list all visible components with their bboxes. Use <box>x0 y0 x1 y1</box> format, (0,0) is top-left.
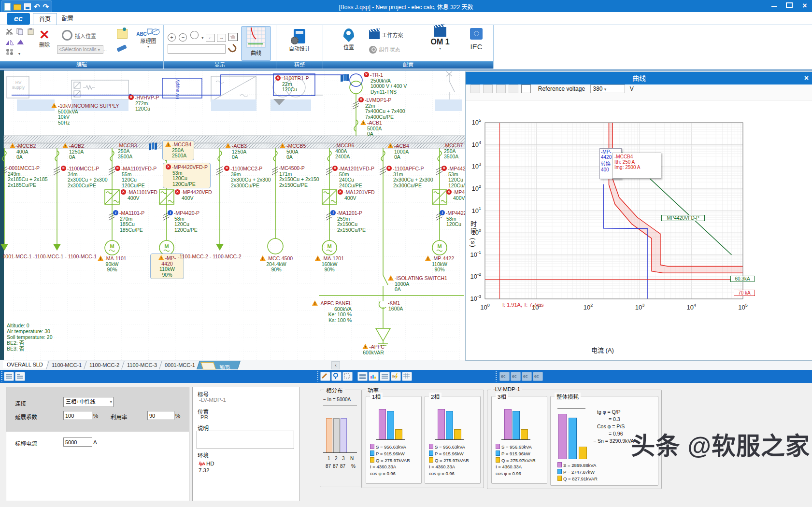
sld-label-ma1101vfd[interactable]: -MA1101VFD400V <box>121 189 157 201</box>
sld-label-acb1[interactable]: -ACB15000A 0A <box>360 120 382 137</box>
report-grid-icon[interactable] <box>402 372 412 381</box>
sld-label-mp4420vfdp-selected[interactable]: -MP4420VFD-P53m 120Cu 120Cu/PE <box>163 163 211 188</box>
sld-label-1100tr1p[interactable]: -1100TR1-P22m 120Cu <box>275 75 309 93</box>
sld-label-mccb2[interactable]: -MCCB2400A 0A <box>10 143 36 160</box>
ec-search-icon-4[interactable]: ec <box>533 372 543 381</box>
location-pin-icon-small[interactable] <box>331 372 342 381</box>
tab-scroll-left[interactable]: ‹ <box>331 361 340 369</box>
tag-value: -LV-MDP-1 <box>199 397 226 403</box>
warning-icon <box>312 300 318 306</box>
environment-value: 7.32 <box>199 467 209 473</box>
tooltip-mccb4: -MCCB4Ith: 250 AImg: 2500 A <box>612 153 661 179</box>
sld-label-ma1101-motor[interactable]: -MA-110190kW 90% <box>96 255 128 273</box>
tcc-plot[interactable]: 10010110210310410510-310-210-11001011021… <box>466 100 812 360</box>
sld-label-ma1201p[interactable]: -MA1201-P259m 2x150Cu 2x150Cu/PE <box>330 210 366 233</box>
overall-losses-title: 整体损耗 <box>555 393 581 400</box>
sld-label-apfc-panel[interactable]: -APFC PANEL600kVA Ke: 100 % Ks: 100 % <box>294 300 352 323</box>
report-chart-icon[interactable] <box>369 372 379 381</box>
ec-search-icon-1[interactable]: ec <box>499 372 510 381</box>
sld-label-mp4420vfd[interactable]: -MP4420VFD400V <box>175 189 212 201</box>
sheet-tab-1100-mcc-1[interactable]: 1100-MCC-1 <box>46 361 87 369</box>
sld-label-mccb5[interactable]: -MCCB5500A 0A <box>280 143 306 160</box>
sld-label-mccb6[interactable]: -MCCB6400A 2400A <box>335 143 354 160</box>
sld-label-lvmdp1p[interactable]: -LVMDP1-P22m 7x400Cu + 7x400 7x400Cu/PE <box>358 97 405 120</box>
sld-label-apfc[interactable]: -APFC600kVAR <box>356 344 390 355</box>
curve-tool-icon-1[interactable] <box>470 84 480 93</box>
sld-label-ma1201vfdp[interactable]: -MA1201VFD-P50m 240Cu 240Cu/PE <box>332 166 374 188</box>
rated-current-unit: A <box>93 439 97 445</box>
curve-tool-icon-3[interactable] <box>496 84 506 93</box>
sld-label-mcc-links-1[interactable]: -0001-MCC-1 -1100-MCC-1 - 1100-MCC-1 <box>1 254 97 260</box>
sld-label-km1[interactable]: -KM11600A <box>388 300 403 311</box>
zoom-selection-icon-small[interactable] <box>342 372 353 381</box>
sld-label-ma1201-motor[interactable]: -MA-1201160kW 90% <box>313 255 346 273</box>
sld-label-1100mcc1p[interactable]: -1100MCC1-P34m 2x300Cu + 2x300 2x300Cu/P… <box>61 166 108 188</box>
extension-factor-input[interactable] <box>63 411 92 420</box>
error-icon <box>224 166 229 171</box>
rated-current-input[interactable] <box>63 437 92 447</box>
error-icon <box>358 97 364 102</box>
curves-close-icon[interactable]: × <box>804 72 809 84</box>
sld-label-hvhvp[interactable]: -HVHVP-P272m 120Cu <box>128 95 159 112</box>
sld-label-mp4422-motor[interactable]: -MP-4422110kW 90% <box>423 255 456 273</box>
sld-label-mccb7[interactable]: -MCCB7250A 3500A <box>443 143 463 160</box>
warning-icon <box>280 143 285 148</box>
catalog-books-icon[interactable] <box>149 143 151 151</box>
cable-curve-label[interactable]: MP4420VFD-P <box>661 215 705 221</box>
sld-label-mcc-links-2[interactable]: -1100-MCC-2 - 1100-MCC-2 <box>178 254 241 260</box>
edit-pencil-icon[interactable] <box>320 372 330 381</box>
ec-search-icon-2[interactable]: ec <box>511 372 521 381</box>
sld-label-ma1101p[interactable]: -MA1101-P270m 185Cu 185Cu/PE <box>113 210 144 233</box>
sheet-tab-1100-mcc-3[interactable]: 1100-MCC-3 <box>121 361 163 369</box>
sld-label-ma1101vfdp[interactable]: -MA1101VFD-P55m 120Cu 120Cu/PE <box>115 166 157 188</box>
sheet-tab-new-page[interactable]: 新页 <box>197 361 241 369</box>
panel-layout-icon-1[interactable] <box>4 372 14 381</box>
sld-label-0001mcc1p[interactable]: -0001MCC1-P249m 2x185Cu + 2x185 2x185Cu/… <box>7 166 48 188</box>
curve-zoom-icon[interactable] <box>521 84 531 93</box>
svg-text:100: 100 <box>480 303 489 311</box>
palette-hv-supply-selected[interactable]: HV supply <box>175 79 180 99</box>
description-input[interactable] <box>197 431 294 449</box>
sld-label-1100mcc2p[interactable]: -1100MCC2-P39m 2x300Cu + 2x300 2x300Cu/P… <box>224 166 271 188</box>
info-icon <box>330 210 336 215</box>
sld-label-mccb3[interactable]: -MCCB3250A 3500A <box>117 143 137 160</box>
error-icon <box>61 166 66 171</box>
svg-text:101: 101 <box>472 206 481 214</box>
ec-search-icon-3[interactable]: ec <box>522 372 532 381</box>
warning-icon <box>51 103 57 108</box>
utilization-input[interactable] <box>147 411 174 420</box>
report-ik-icon[interactable]: Ik <box>391 372 401 381</box>
sheet-tab-overall-sld[interactable]: OVERALL SLD <box>3 361 47 368</box>
warning-icon <box>62 143 68 148</box>
warning-icon <box>158 255 164 260</box>
curve-tool-icon-4[interactable] <box>509 84 518 93</box>
sheet-tab-1100-mcc-2[interactable]: 1100-MCC-2 <box>84 361 125 369</box>
reference-voltage-select[interactable]: 380 ▾ <box>590 84 625 93</box>
sld-label-acb2[interactable]: -ACB21250A 0A <box>62 143 84 160</box>
sheet-tab-0001-mcc-1[interactable]: 0001-MCC-1 <box>159 361 201 369</box>
sld-label-mccb4-selected[interactable]: -MCCB4250A 2500A <box>162 140 194 160</box>
sld-label-1100apfcp[interactable]: -1100APFC-P31m 2x300Cu + 2x300 2x300Cu/P… <box>386 166 433 188</box>
connection-card: 连接 三相+中性线▾ 延展系数 % 利用率 % 标称电流 A <box>6 387 189 501</box>
sld-label-tr1[interactable]: -TR-12500kVA 10000 V / 400 V Dyn11-TNS <box>364 72 407 95</box>
phase2-power-card: 2相 S = 956.63kVA P = 915.96kW Q = 275.97… <box>425 396 481 484</box>
sld-label-mc4500p[interactable]: -MC4500-P171m 2x150Cu + 2x150 2x150Cu/PE <box>279 166 319 188</box>
curves-panel-title[interactable]: 曲线× <box>466 72 812 84</box>
panel-layout-icon-2[interactable] <box>15 372 25 381</box>
catalog-books-icon[interactable] <box>341 75 343 82</box>
report-list-icon[interactable] <box>357 372 368 381</box>
report-table-icon[interactable] <box>380 372 390 381</box>
lvmdp-title: -LV-MDP-1 <box>491 386 522 392</box>
sld-label-ma1201vfd[interactable]: -MA1201VFD400V <box>338 189 375 201</box>
sld-label-mp4420p[interactable]: -MP4420-P58m 120Cu 120Cu/PE <box>168 210 199 233</box>
error-icon <box>332 166 338 171</box>
warning-icon <box>387 143 393 148</box>
sld-label-acb3[interactable]: -ACB31250A 0A <box>225 143 247 160</box>
sld-label-mcc4500-load[interactable]: -MCC-4500204.4kW 90% <box>258 255 295 273</box>
curve-tool-icon-2[interactable] <box>483 84 493 93</box>
connection-select[interactable]: 三相+中性线▾ <box>63 397 114 407</box>
palette-hv-supply[interactable]: HV supply <box>8 80 29 90</box>
sld-label-acb4[interactable]: -ACB41000A 0A <box>387 143 409 160</box>
sld-label-isolating-switch[interactable]: -ISOLATING SWITCH11000A 0A <box>388 275 447 293</box>
sld-label-incoming-supply[interactable]: -10kV,INCOMING SUPPLY5000kVA 10kV 50Hz <box>51 103 119 126</box>
